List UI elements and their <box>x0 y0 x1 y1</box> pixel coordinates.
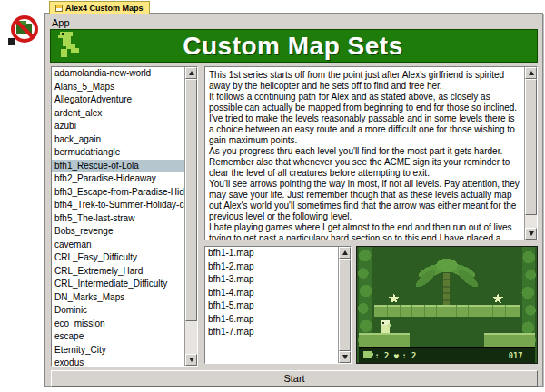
page-title: Custom Map Sets <box>82 32 504 61</box>
map-file-item[interactable]: bfh1-1.map <box>205 247 338 260</box>
scroll-up-button[interactable] <box>525 67 537 79</box>
map-set-item[interactable]: Bobs_revenge <box>52 225 184 239</box>
map-set-item[interactable]: CRL_Intermediate_Difficulty <box>52 278 184 291</box>
scroll-thumb[interactable] <box>339 259 351 351</box>
window-title: Alex4 Custom Maps <box>65 4 144 13</box>
map-set-item[interactable]: eco_mission <box>52 318 184 331</box>
description-scrollbar[interactable] <box>524 67 537 240</box>
map-set-item[interactable]: bfh1_Rescue-of-Lola <box>52 160 184 173</box>
map-file-items: bfh1-1.mapbfh1-2.mapbfh1-3.mapbfh1-4.map… <box>205 247 338 363</box>
scroll-down-button[interactable] <box>525 228 537 240</box>
description-panel[interactable]: This 1st series starts off from the poin… <box>204 66 538 240</box>
scroll-up-button[interactable] <box>185 67 197 79</box>
map-set-item[interactable]: DN_Marks_Maps <box>52 291 184 305</box>
level-preview-image: : 2 ♥ : 2 017 <box>356 246 538 364</box>
map-set-item[interactable]: Alans_5_Maps <box>52 81 184 94</box>
app-shortcut-icon[interactable] <box>7 12 42 46</box>
desktop: Alex4 Custom Maps App <box>0 0 545 392</box>
header-banner: Custom Map Sets <box>50 29 538 63</box>
window-tab-icon <box>55 5 63 12</box>
map-file-item[interactable]: bfh1-5.map <box>205 299 338 313</box>
map-set-item[interactable]: ardent_alex <box>52 107 184 121</box>
map-set-item[interactable]: Dominic <box>52 304 184 318</box>
description-text: This 1st series starts off from the poin… <box>205 67 523 240</box>
map-files-scrollbar[interactable] <box>338 247 351 363</box>
map-set-item[interactable]: CRL_Extremely_Hard <box>52 265 184 279</box>
map-set-item[interactable]: caveman <box>52 239 184 252</box>
scroll-thumb[interactable] <box>185 79 197 321</box>
map-set-item[interactable]: bermudatriangle <box>52 146 184 160</box>
hud-score: 017 <box>509 351 523 360</box>
hud-health-count: : 2 <box>402 351 417 360</box>
scroll-up-button[interactable] <box>339 247 351 259</box>
hud-lives-count: : 2 <box>374 351 389 360</box>
map-set-item[interactable]: escape <box>52 330 184 344</box>
map-set-item[interactable]: azubi <box>52 120 184 133</box>
scroll-down-button[interactable] <box>339 351 351 363</box>
app-window: App Custom Map Sets <box>44 13 543 387</box>
map-set-item[interactable]: bfh3_Escape-from-Paradise-Hideaway <box>52 186 184 200</box>
alex-sprite-icon <box>56 30 82 63</box>
map-file-item[interactable]: bfh1-7.map <box>205 326 338 339</box>
map-set-item[interactable]: CRL_Easy_Difficulty <box>52 251 184 265</box>
scroll-thumb[interactable] <box>525 79 537 215</box>
map-set-item[interactable]: exodus <box>52 357 184 366</box>
map-set-item[interactable]: bfh5_The-last-straw <box>52 212 184 226</box>
map-set-item[interactable]: bfh4_Trek-to-Summer-Holiday-camp <box>52 199 184 212</box>
map-file-item[interactable]: bfh1-2.map <box>205 260 338 274</box>
map-file-item[interactable]: bfh1-4.map <box>205 287 338 300</box>
map-set-item[interactable]: back_again <box>52 133 184 147</box>
map-set-list[interactable]: adamolandia-new-worldAlans_5_MapsAllegat… <box>51 66 198 367</box>
menu-app[interactable]: App <box>45 15 77 30</box>
map-set-item[interactable]: bfh2_Paradise-Hideaway <box>52 172 184 186</box>
no-sign-icon <box>7 12 42 46</box>
map-set-item[interactable]: AllegatorAdventure <box>52 93 184 107</box>
map-set-scrollbar[interactable] <box>184 67 197 366</box>
map-file-item[interactable]: bfh1-3.map <box>205 273 338 287</box>
heart-icon: ♥ <box>394 352 400 361</box>
map-file-item[interactable]: bfh1-6.map <box>205 313 338 327</box>
map-files-list[interactable]: bfh1-1.mapbfh1-2.mapbfh1-3.mapbfh1-4.map… <box>204 246 352 364</box>
scroll-down-button[interactable] <box>185 354 197 366</box>
map-set-item[interactable]: adamolandia-new-world <box>52 67 184 81</box>
menu-bar: App <box>45 14 542 29</box>
map-set-item[interactable]: Eternity_City <box>52 344 184 358</box>
map-set-items: adamolandia-new-worldAlans_5_MapsAllegat… <box>52 67 184 366</box>
start-button[interactable]: Start <box>51 370 538 387</box>
window-tab[interactable]: Alex4 Custom Maps <box>49 1 150 14</box>
level-preview-svg: : 2 ♥ : 2 017 <box>357 247 537 363</box>
